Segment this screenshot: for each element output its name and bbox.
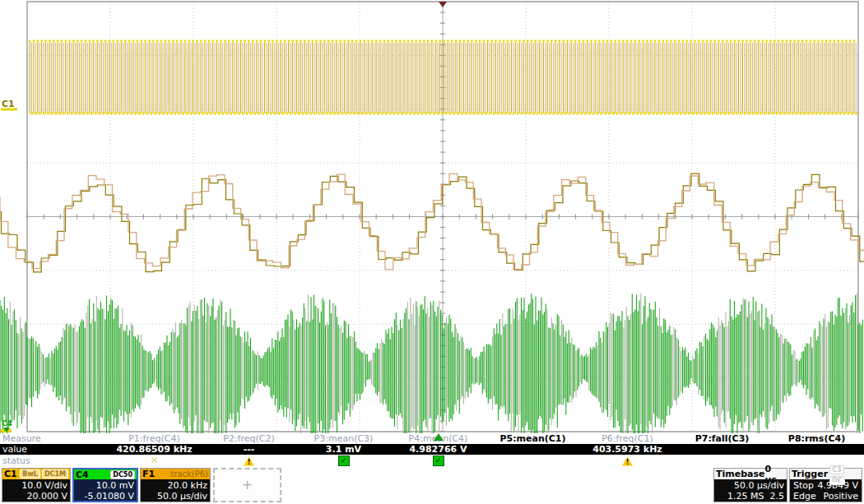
measure-status-row: status ✕ ! ✓ ✓ ! <box>0 455 864 467</box>
timebase-rate: 2.5 GS/s <box>764 491 784 504</box>
status-row-label: status <box>0 455 107 466</box>
p2-status-warning-icon: ! <box>244 457 254 466</box>
descriptor-bar: C1 BwL DC1M 10.0 V/div 20.000 V C4 DC50 … <box>0 468 864 504</box>
trigger-source-badge: C3 <box>829 465 843 474</box>
c1-title: C1 <box>4 469 17 479</box>
c4-coupling-badge: DC50 <box>110 470 135 479</box>
c4-volts-per-div: 10.0 mV <box>77 480 134 491</box>
measure-p1-value: 420.86509 kHz <box>107 444 202 455</box>
measure-p3-label[interactable]: P3:mean(C3) <box>296 433 391 444</box>
scope-display: C1C4 <box>0 0 864 433</box>
add-trace-placeholder[interactable]: + <box>213 468 281 502</box>
measure-p6-label[interactable]: P6:freq(C1) <box>580 433 675 444</box>
f1-function-label: track(P6) <box>170 469 208 479</box>
trigger-title: Trigger <box>792 469 828 479</box>
measure-p8-label[interactable]: P8:rms(C4) <box>769 433 864 444</box>
c1-descriptor-box[interactable]: C1 BwL DC1M 10.0 V/div 20.000 V <box>2 468 71 502</box>
timebase-title: Timebase <box>716 469 765 479</box>
value-row-label: value <box>0 444 107 455</box>
graticule-grid <box>27 2 858 432</box>
p4-status-ok-icon: ✓ <box>433 455 444 466</box>
f1-title: F1 <box>142 469 155 479</box>
trigger-time-marker[interactable] <box>434 433 444 441</box>
trigger-slope: Positive <box>824 491 858 502</box>
c1-bwl-badge: BwL <box>20 469 40 479</box>
plus-icon: + <box>242 478 253 492</box>
timebase-per-div: 50.0 µs/div <box>717 480 784 491</box>
p3-status-ok-icon: ✓ <box>338 455 350 466</box>
trigger-position-marker <box>439 2 447 7</box>
oscilloscope-screen: C1C4 Measure P1:freq(C4) P2:freq(C2) P3:… <box>0 0 864 504</box>
timebase-descriptor-box[interactable]: Timebase 0 µs 50.0 µs/div 1.25 MS2.5 GS/… <box>713 468 787 502</box>
measure-p2-value: --- <box>202 444 296 455</box>
measure-value-row: value 420.86509 kHz --- 3.1 mV 4.982766 … <box>0 444 864 455</box>
c4-title: C4 <box>76 469 89 480</box>
c1-offset: 20.000 V <box>5 491 67 502</box>
c1-coupling-badge: DC1M <box>42 469 68 479</box>
measure-p2-label[interactable]: P2:freq(C2) <box>202 433 296 444</box>
f1-frequency-track-trace <box>0 173 864 272</box>
trigger-type: Edge <box>793 491 816 502</box>
c4-am-trace <box>0 294 862 434</box>
c4-ground-marker: C4 <box>2 419 12 428</box>
c4-descriptor-box[interactable]: C4 DC50 10.0 mV -5.01080 V <box>72 468 138 502</box>
trigger-mode: Stop <box>793 480 814 491</box>
measure-p3-value: 3.1 mV <box>296 444 391 455</box>
f1-units-per-div: 20.0 kHz <box>143 480 207 491</box>
measure-row-label: Measure <box>0 433 107 444</box>
trigger-level: 4.9849 V <box>817 480 858 491</box>
measure-table: Measure P1:freq(C4) P2:freq(C2) P3:mean(… <box>0 433 864 467</box>
trigger-descriptor-box[interactable]: Trigger C3 DC Stop 4.9849 V Edge Positiv… <box>789 468 862 502</box>
measure-p5-label[interactable]: P5:mean(C1) <box>485 433 580 444</box>
measure-p6-value: 403.5973 kHz <box>580 444 675 455</box>
f1-descriptor-box[interactable]: F1 track(P6) 20.0 kHz 50.0 µs/div <box>140 468 211 502</box>
measure-header-row: Measure P1:freq(C4) P2:freq(C2) P3:mean(… <box>0 433 864 444</box>
c4-offset: -5.01080 V <box>77 491 134 502</box>
measure-p4-value: 4.982766 V <box>391 444 485 455</box>
p1-status-invalid-icon: ✕ <box>150 455 158 466</box>
measure-p7-label[interactable]: P7:fall(C3) <box>675 433 769 444</box>
c1-volts-per-div: 10.0 V/div <box>5 480 67 491</box>
measure-p1-label[interactable]: P1:freq(C4) <box>107 433 202 444</box>
p6-status-warning-icon: ! <box>622 457 633 466</box>
timebase-samples: 1.25 MS <box>727 491 764 502</box>
f1-time-per-div: 50.0 µs/div <box>143 491 207 502</box>
c1-ground-marker: C1 <box>2 99 15 109</box>
